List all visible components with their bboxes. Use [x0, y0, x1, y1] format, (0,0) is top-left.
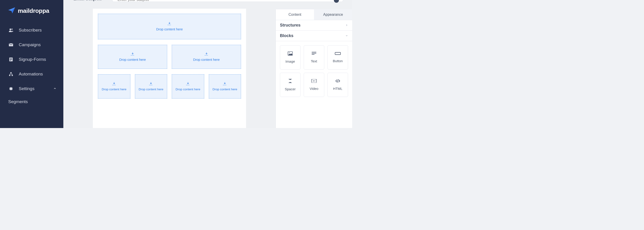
drop-icon	[112, 82, 117, 86]
code-icon	[335, 79, 340, 84]
block-label: Button	[333, 59, 342, 63]
svg-rect-18	[312, 82, 312, 82]
sidebar-item-automations[interactable]: Automations	[0, 67, 63, 82]
email-canvas: Drop content here Drop content here	[93, 9, 246, 128]
block-spacer[interactable]: Spacer	[280, 73, 300, 97]
image-icon	[288, 52, 293, 56]
svg-point-1	[12, 28, 13, 30]
svg-rect-17	[312, 80, 312, 81]
section-label: Blocks	[280, 34, 294, 38]
sidebar-subitem-segments[interactable]: Segments	[0, 96, 63, 108]
section-blocks[interactable]: Blocks	[276, 31, 352, 41]
form-icon	[8, 57, 14, 62]
drop-icon	[130, 52, 135, 56]
drop-label: Drop content here	[138, 88, 163, 91]
drop-zone[interactable]: Drop content here	[172, 45, 241, 69]
block-image[interactable]: Image	[280, 45, 300, 70]
block-html[interactable]: HTML	[328, 73, 348, 97]
drop-label: Drop content here	[156, 28, 183, 31]
sidebar-item-label: Automations	[19, 72, 43, 76]
svg-point-0	[10, 28, 11, 30]
button-icon	[335, 52, 341, 56]
block-label: Image	[286, 60, 295, 63]
drop-icon	[167, 22, 172, 26]
svg-rect-4	[10, 59, 12, 60]
svg-rect-7	[9, 75, 10, 76]
svg-rect-13	[312, 54, 314, 55]
drop-zone[interactable]: Drop content here	[135, 74, 168, 98]
drop-zone[interactable]: Drop content here	[209, 74, 241, 98]
subscribers-icon	[8, 28, 14, 33]
email-subject-label: Email Subject:	[63, 0, 107, 1]
block-text[interactable]: Text	[304, 45, 324, 70]
logo: maildroppa	[0, 4, 63, 23]
block-video[interactable]: Video	[304, 73, 324, 97]
sidebar-item-signup-forms[interactable]: Signup-Forms	[0, 52, 63, 67]
sidebar-item-label: Campaigns	[19, 42, 41, 47]
drop-label: Drop content here	[102, 88, 126, 91]
email-subject-input[interactable]	[112, 0, 343, 2]
drop-icon	[186, 82, 190, 86]
brand-name: maildroppa	[18, 7, 49, 14]
drop-zone[interactable]: Drop content here	[98, 14, 241, 39]
drop-icon	[222, 82, 227, 86]
svg-rect-3	[10, 58, 12, 59]
section-structures[interactable]: Structures	[276, 20, 352, 31]
sidebar: maildroppa Subscribers Campaigns Signup-…	[0, 0, 63, 128]
chevron-down-icon	[345, 34, 348, 38]
sidebar-item-label: Subscribers	[19, 28, 42, 33]
tab-content[interactable]: Content	[276, 9, 314, 20]
drop-label: Drop content here	[212, 88, 237, 91]
spacer-icon	[288, 79, 292, 84]
sidebar-item-campaigns[interactable]: Campaigns	[0, 38, 63, 52]
svg-rect-20	[316, 80, 316, 81]
tab-appearance[interactable]: Appearance	[314, 9, 352, 20]
block-label: Spacer	[285, 87, 296, 91]
block-button[interactable]: Button	[328, 45, 348, 70]
svg-rect-21	[316, 82, 316, 82]
sidebar-item-subscribers[interactable]: Subscribers	[0, 23, 63, 38]
svg-rect-16	[312, 80, 312, 80]
svg-rect-12	[312, 53, 316, 54]
svg-rect-6	[10, 72, 12, 74]
video-icon	[311, 79, 317, 84]
drop-zone[interactable]: Drop content here	[172, 74, 204, 98]
paper-plane-icon	[8, 7, 16, 15]
gear-icon	[8, 86, 14, 92]
drop-icon	[204, 52, 209, 56]
drop-icon	[148, 82, 154, 86]
block-label: Text	[311, 59, 317, 63]
text-icon	[312, 52, 316, 56]
drop-zone[interactable]: Drop content here	[98, 45, 167, 69]
sidebar-item-settings[interactable]: Settings	[0, 82, 63, 96]
drop-label: Drop content here	[176, 88, 200, 91]
sidebar-item-label: Settings	[19, 86, 34, 91]
topbar: Email Subject:	[63, 0, 352, 2]
block-label: HTML	[333, 87, 342, 90]
drop-label: Drop content here	[119, 58, 146, 62]
sidebar-subitem-label: Segments	[8, 99, 28, 104]
svg-rect-8	[12, 75, 13, 76]
drop-label: Drop content here	[193, 58, 220, 62]
automation-icon	[8, 71, 14, 77]
svg-rect-5	[10, 60, 11, 60]
section-label: Structures	[280, 23, 300, 28]
main: Email Subject: Drop content here	[63, 0, 352, 128]
chevron-up-icon	[53, 86, 56, 91]
block-label: Video	[310, 87, 318, 90]
right-panel: Content Appearance Structures Blocks	[276, 9, 352, 128]
canvas-area: Drop content here Drop content here	[63, 2, 276, 128]
svg-rect-11	[312, 52, 316, 52]
svg-rect-19	[316, 80, 316, 80]
chevron-right-icon	[345, 23, 348, 28]
drop-zone[interactable]: Drop content here	[98, 74, 130, 98]
sidebar-item-label: Signup-Forms	[19, 57, 46, 62]
svg-rect-14	[335, 52, 340, 55]
svg-point-10	[289, 52, 290, 53]
envelope-icon	[8, 42, 14, 48]
